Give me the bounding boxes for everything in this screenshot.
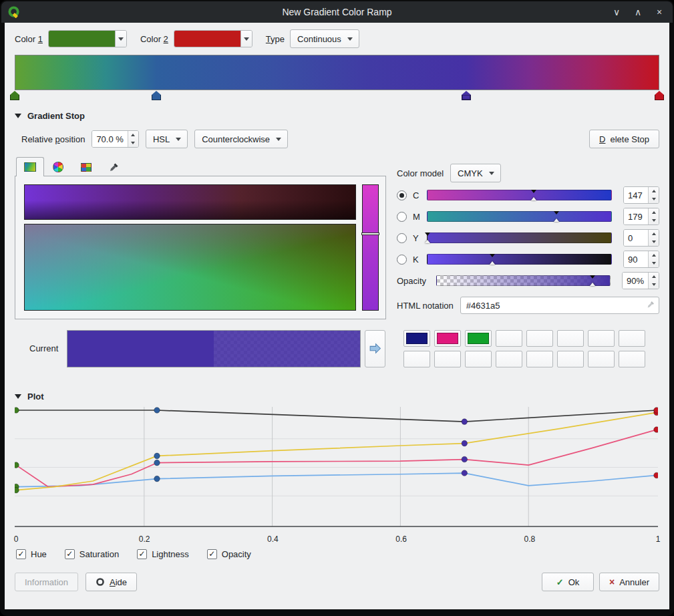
delete-stop-button[interactable]: Delete Stop	[589, 130, 659, 148]
theme-swatch-1-6[interactable]	[588, 351, 615, 367]
titlebar[interactable]: New Gradient Color Ramp ∨ ∧ ×	[1, 1, 673, 23]
plot-toggle-label: Hue	[31, 549, 47, 559]
opacity-slider[interactable]	[436, 275, 611, 286]
dialog-body: Color 1 Color 2 Type Continuous	[5, 23, 669, 609]
color-component-band[interactable]	[24, 184, 356, 220]
channel-spinbox-c[interactable]: 147	[623, 186, 659, 204]
gradient-stop-marker-1[interactable]	[152, 91, 161, 100]
theme-swatch-1-7[interactable]	[619, 351, 645, 367]
channel-spinbox-y[interactable]: 0	[623, 229, 659, 247]
window-close-icon[interactable]: ×	[654, 7, 665, 17]
plot-toggle-saturation[interactable]: ✓Saturation	[65, 549, 119, 559]
slider-handle[interactable]	[554, 218, 559, 222]
relative-position-spinbox[interactable]: 70.0 %	[92, 130, 138, 148]
slider-handle[interactable]	[531, 197, 536, 200]
channel-slider-y[interactable]	[427, 233, 612, 243]
window-menu-icon[interactable]: ∨	[611, 7, 622, 17]
slider-handle[interactable]	[425, 240, 430, 243]
theme-swatch-1-5[interactable]	[557, 351, 584, 367]
channel-spinbox-m-value: 179	[624, 208, 648, 224]
checkbox-icon[interactable]: ✓	[16, 549, 26, 559]
vertical-slider-handle[interactable]	[361, 233, 379, 235]
gradient-stop-marker-0[interactable]	[10, 91, 19, 100]
channel-label-y: Y	[413, 233, 421, 243]
plot-x-ticks: 00.20.40.60.81	[15, 534, 659, 546]
channel-radio-y[interactable]	[397, 233, 407, 243]
add-to-swatches-button[interactable]	[365, 330, 385, 367]
channel-radio-k[interactable]	[397, 255, 407, 265]
slider-handle[interactable]	[425, 233, 430, 236]
direction-combo[interactable]: Counterclockwise	[194, 130, 288, 148]
slider-handle[interactable]	[490, 261, 495, 265]
color1-dropdown[interactable]	[115, 31, 126, 47]
channel-spinbox-m[interactable]: 179	[623, 208, 659, 225]
plot-toggle-opacity[interactable]: ✓Opacity	[207, 549, 251, 559]
spin-arrows[interactable]	[128, 131, 138, 147]
channel-spinbox-k[interactable]: 90	[623, 251, 659, 268]
color-spec-combo[interactable]: HSL	[146, 130, 188, 148]
checkbox-icon[interactable]: ✓	[137, 549, 147, 559]
theme-swatch-1-3[interactable]	[496, 351, 522, 367]
tab-color-box[interactable]	[16, 157, 44, 176]
color2-button[interactable]	[174, 30, 252, 47]
help-button[interactable]: Aide	[86, 573, 137, 591]
channel-slider-c[interactable]	[427, 190, 612, 200]
dropper-icon[interactable]	[647, 300, 655, 309]
plot-header[interactable]: Plot	[15, 390, 659, 403]
plot-toggle-hue[interactable]: ✓Hue	[16, 549, 47, 559]
theme-swatch-0-6[interactable]	[588, 330, 615, 347]
color1-button[interactable]	[48, 30, 127, 47]
window-shade-icon[interactable]: ∧	[633, 7, 643, 17]
channel-radio-m[interactable]	[397, 212, 407, 222]
opacity-spinbox[interactable]: 90%	[622, 272, 659, 289]
theme-swatch-0-0[interactable]	[403, 330, 430, 347]
gradient-stop-header[interactable]: Gradient Stop	[15, 109, 659, 122]
color-box[interactable]	[24, 224, 356, 311]
checkbox-icon[interactable]: ✓	[65, 549, 75, 559]
spin-arrows[interactable]	[648, 187, 659, 203]
color2-dropdown[interactable]	[240, 31, 252, 47]
current-color-alpha	[214, 331, 360, 367]
channel-slider-m[interactable]	[427, 211, 612, 222]
theme-swatch-0-1[interactable]	[434, 330, 461, 347]
type-combo[interactable]: Continuous	[290, 29, 359, 48]
gradient-stop-marker-3[interactable]	[655, 91, 664, 100]
plot-toggle-lightness[interactable]: ✓Lightness	[137, 549, 189, 559]
slider-handle[interactable]	[590, 283, 595, 286]
html-notation-input[interactable]	[460, 297, 659, 314]
spin-arrows[interactable]	[648, 208, 659, 224]
cancel-button[interactable]: × Annuler	[599, 573, 659, 591]
opacity-value: 90%	[623, 273, 648, 289]
vertical-color-slider[interactable]	[362, 184, 379, 311]
theme-swatch-1-4[interactable]	[526, 351, 553, 367]
slider-handle[interactable]	[554, 211, 559, 214]
information-button[interactable]: Information	[15, 573, 78, 591]
tab-color-wheel[interactable]	[44, 157, 72, 176]
theme-swatch-0-7[interactable]	[619, 330, 645, 347]
tab-color-sampler[interactable]	[100, 157, 128, 176]
theme-swatch-1-1[interactable]	[434, 351, 461, 367]
tab-color-swatches[interactable]	[72, 157, 100, 176]
color-model-combo[interactable]: CMYK	[450, 164, 501, 182]
slider-handle[interactable]	[531, 190, 536, 193]
plot-toggle-label: Lightness	[152, 549, 189, 559]
checkbox-icon[interactable]: ✓	[207, 549, 217, 559]
gradient-plot[interactable]	[15, 406, 659, 534]
spin-arrows[interactable]	[648, 230, 659, 246]
gradient-preview[interactable]	[15, 55, 659, 90]
theme-swatch-0-4[interactable]	[526, 330, 553, 347]
plot-canvas[interactable]	[15, 406, 658, 534]
gradient-stop-marker-2[interactable]	[462, 91, 471, 100]
theme-swatch-1-0[interactable]	[403, 351, 430, 367]
theme-swatch-1-2[interactable]	[465, 351, 492, 367]
channel-slider-k[interactable]	[427, 254, 612, 265]
channel-radio-c[interactable]	[397, 190, 407, 200]
spin-arrows[interactable]	[648, 273, 659, 289]
spin-arrows[interactable]	[648, 251, 659, 267]
theme-swatch-0-2[interactable]	[465, 330, 492, 347]
ok-button[interactable]: ✓ Ok	[542, 573, 594, 591]
slider-handle[interactable]	[590, 275, 595, 279]
theme-swatch-0-3[interactable]	[496, 330, 522, 347]
slider-handle[interactable]	[490, 254, 495, 257]
theme-swatch-0-5[interactable]	[557, 330, 584, 347]
